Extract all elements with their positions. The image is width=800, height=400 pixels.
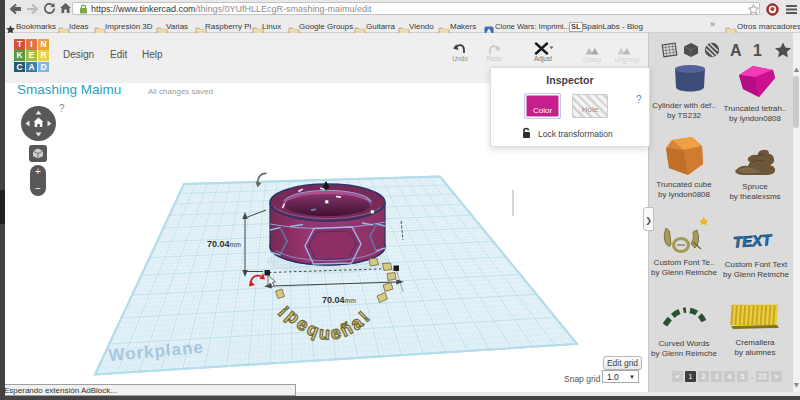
svg-text:TEXT: TEXT (732, 231, 773, 251)
svg-text:70.04mm: 70.04mm (322, 295, 356, 305)
svg-text:1: 1 (753, 42, 762, 59)
svg-text:70.04mm: 70.04mm (207, 239, 241, 249)
svg-text:A: A (730, 42, 742, 59)
